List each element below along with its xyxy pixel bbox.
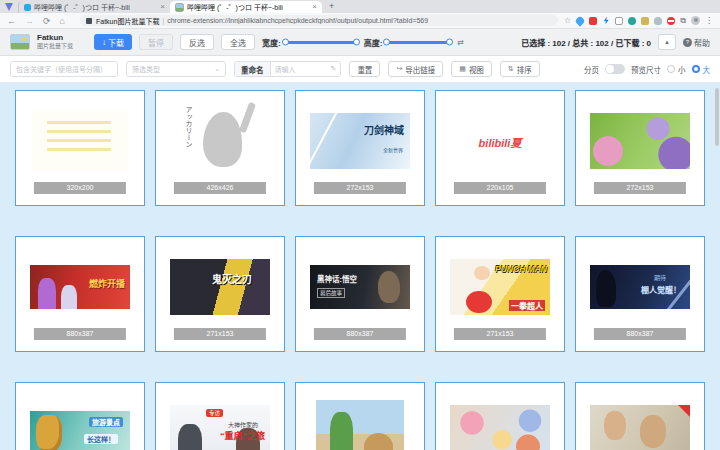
image-card[interactable]: 燃炸开播 880x387 bbox=[15, 236, 145, 352]
link-dimensions-icon[interactable]: ⇄ bbox=[457, 38, 464, 47]
keyword-input[interactable] bbox=[10, 61, 118, 77]
extension-icon-cloud[interactable] bbox=[654, 17, 662, 25]
scrollbar[interactable] bbox=[715, 88, 719, 146]
back-icon[interactable]: ← bbox=[7, 16, 16, 26]
thumb-text: 鬼灭之刃 bbox=[212, 271, 252, 286]
size-badge: 271x153 bbox=[454, 328, 546, 340]
collapse-button[interactable]: ▴ bbox=[658, 34, 676, 50]
width-range-slider[interactable] bbox=[285, 41, 357, 44]
sort-button[interactable]: ⇅ 排序 bbox=[500, 61, 540, 77]
type-filter-select[interactable]: 筛选类型 ⌄ bbox=[126, 61, 226, 77]
download-button[interactable]: ↓ 下载 bbox=[94, 34, 132, 50]
size-badge: 880x387 bbox=[34, 328, 126, 340]
image-card[interactable]: 272x153 bbox=[575, 90, 705, 206]
browser-tab-1[interactable]: 哔哩哔哩 (゜-゜)つロ 干杯~-bili × bbox=[18, 1, 170, 13]
image-grid: 320x200 アッカリーン 426x426 刀剑神域 全新世界 272x153… bbox=[0, 83, 720, 450]
image-thumbnail: アッカリーン bbox=[177, 98, 263, 184]
fatkun-brand: Fatkun 图片批量下载 bbox=[37, 34, 73, 49]
thumb-subtext: 棚人觉醒！ bbox=[641, 284, 681, 295]
invert-selection-button[interactable]: 反选 bbox=[180, 34, 214, 50]
paging-toggle[interactable] bbox=[605, 64, 625, 74]
preview-size-large[interactable]: 大 bbox=[692, 64, 711, 75]
extension-icon-lightning[interactable] bbox=[602, 17, 610, 25]
preview-size-label: 预览尺寸 bbox=[631, 64, 661, 75]
size-badge: 272x153 bbox=[594, 182, 686, 194]
image-card[interactable]: 期待 棚人觉醒！ 880x387 bbox=[575, 236, 705, 352]
image-card[interactable]: アッカリーン 426x426 bbox=[155, 90, 285, 206]
image-thumbnail bbox=[590, 113, 690, 169]
image-thumbnail: 专访 大神作家的 “重启”之旅 bbox=[170, 405, 270, 450]
pinned-tab-icon[interactable] bbox=[5, 3, 13, 11]
edit-icon[interactable]: ✎ bbox=[327, 62, 341, 76]
thumb-subtext: “重启”之旅 bbox=[220, 429, 265, 442]
image-thumbnail: PUNCH MAN 一拳超人 bbox=[450, 259, 550, 315]
image-card[interactable]: 旅游景点 长这样！ bbox=[15, 382, 145, 450]
image-card[interactable]: 320x200 bbox=[15, 90, 145, 206]
reset-button[interactable]: 重置 bbox=[349, 61, 380, 77]
toolbar-right: 已选择 : 102 / 总共 : 102 / 已下载 : 0 ▴ ? 帮助 bbox=[521, 34, 710, 50]
reload-icon[interactable]: ⟳ bbox=[43, 16, 51, 26]
paging-label: 分页 bbox=[584, 64, 599, 75]
height-min-handle[interactable] bbox=[383, 39, 390, 46]
image-card[interactable]: 黑神话:悟空 幕后故事 880x387 bbox=[295, 236, 425, 352]
url-bar[interactable]: Fatkun图片批量下载 | chrome-extension://lnnjah… bbox=[80, 15, 558, 26]
forward-icon[interactable]: → bbox=[25, 16, 34, 26]
select-placeholder: 筛选类型 bbox=[132, 64, 160, 74]
image-card[interactable]: 鬼灭之刃 271x153 bbox=[155, 236, 285, 352]
extension-icon-outline-square[interactable] bbox=[615, 17, 623, 25]
bilibili-favicon-icon bbox=[24, 4, 31, 11]
tab-title: 哔哩哔哩 (゜-゜)つロ 干杯~-bili bbox=[187, 2, 309, 12]
height-range-slider[interactable] bbox=[386, 41, 450, 44]
size-badge: 220x105 bbox=[454, 182, 546, 194]
image-card[interactable] bbox=[435, 382, 565, 450]
image-card[interactable]: PUNCH MAN 一拳超人 271x153 bbox=[435, 236, 565, 352]
thumb-subtext: 一拳超人 bbox=[509, 300, 545, 311]
small-label: 小 bbox=[678, 64, 686, 75]
image-card[interactable] bbox=[295, 382, 425, 450]
image-card[interactable]: 刀剑神域 全新世界 272x153 bbox=[295, 90, 425, 206]
browser-menu-icon[interactable]: ⋮ bbox=[705, 16, 713, 25]
rename-input[interactable] bbox=[271, 62, 327, 76]
bookmark-star-icon[interactable]: ☆ bbox=[564, 16, 571, 25]
browser-tab-2-active[interactable]: 哔哩哔哩 (゜-゜)つロ 干杯~-bili × bbox=[170, 1, 322, 13]
image-card[interactable]: DESPACITO bbox=[575, 382, 705, 450]
new-tab-button[interactable]: + bbox=[329, 1, 334, 11]
image-thumbnail: 期待 棚人觉醒！ bbox=[590, 265, 690, 309]
rename-label: 重命名 bbox=[235, 62, 271, 76]
height-max-handle[interactable] bbox=[446, 39, 453, 46]
size-badge: 426x426 bbox=[174, 182, 266, 194]
image-card[interactable]: 专访 大神作家的 “重启”之旅 bbox=[155, 382, 285, 450]
pause-button[interactable]: 暂停 bbox=[139, 34, 173, 50]
home-icon[interactable]: ⌂ bbox=[60, 16, 65, 26]
select-all-button[interactable]: 全选 bbox=[221, 34, 255, 50]
width-min-handle[interactable] bbox=[282, 39, 289, 46]
size-badge: 272x153 bbox=[314, 182, 406, 194]
preview-size-small[interactable]: 小 bbox=[667, 64, 686, 75]
width-max-handle[interactable] bbox=[353, 39, 360, 46]
view-button[interactable]: ▦ 视图 bbox=[451, 61, 492, 77]
profile-avatar[interactable] bbox=[691, 16, 700, 25]
tab-strip: 哔哩哔哩 (゜-゜)つロ 干杯~-bili × 哔哩哔哩 (゜-゜)つロ 干杯~… bbox=[0, 0, 720, 13]
extension-icon-red-square[interactable] bbox=[589, 17, 597, 25]
rename-group: 重命名 ✎ bbox=[234, 61, 341, 77]
extension-icon-teal-circle[interactable] bbox=[628, 17, 636, 25]
tab-close-icon[interactable]: × bbox=[312, 4, 317, 10]
image-thumbnail: 鬼灭之刃 bbox=[170, 259, 270, 315]
help-button[interactable]: ? 帮助 bbox=[683, 37, 710, 48]
thumb-text: 刀剑神域 bbox=[364, 122, 404, 137]
url-divider: | bbox=[162, 17, 164, 24]
tab-close-icon[interactable]: × bbox=[160, 4, 165, 10]
extension-icon-droplet[interactable] bbox=[575, 15, 586, 26]
thumb-text: bilibili夏 bbox=[479, 133, 522, 149]
view-label: 视图 bbox=[469, 64, 484, 75]
image-card[interactable]: bilibili夏 220x105 bbox=[435, 90, 565, 206]
filter-bar: 筛选类型 ⌄ 重命名 ✎ 重置 ↪ 导出链接 ▦ 视图 ⇅ 排序 分页 预览尺寸 bbox=[0, 56, 720, 83]
image-thumbnail: 黑神话:悟空 幕后故事 bbox=[310, 265, 410, 309]
size-badge: 880x387 bbox=[314, 328, 406, 340]
radio-large-icon bbox=[692, 65, 700, 73]
extensions-puzzle-icon[interactable]: ⧉ bbox=[680, 16, 686, 26]
extension-icon-envelope[interactable] bbox=[641, 17, 649, 25]
image-thumbnail bbox=[316, 400, 404, 450]
export-links-button[interactable]: ↪ 导出链接 bbox=[388, 61, 443, 77]
extension-icon-blocked[interactable] bbox=[667, 17, 675, 25]
